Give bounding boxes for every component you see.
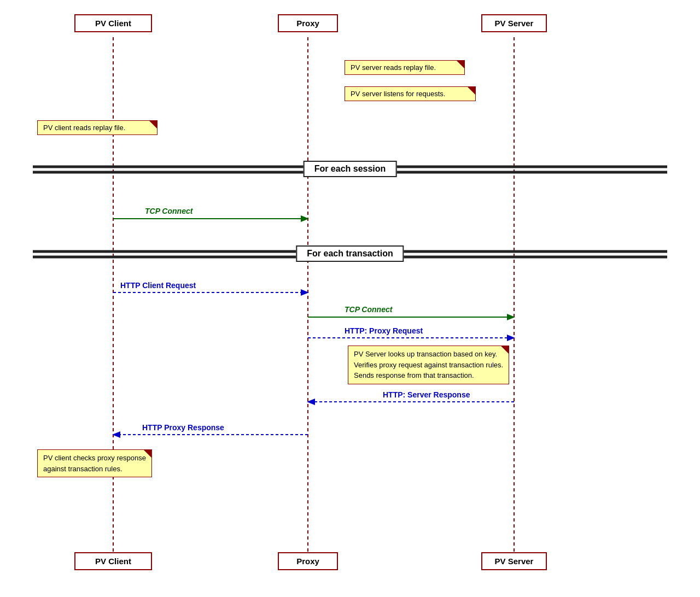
lifeline-top-pvclient: PV Client	[74, 14, 152, 32]
note-client-reads: PV client reads replay file.	[37, 120, 158, 135]
sequence-diagram: PV Client Proxy PV Server PV server read…	[0, 0, 700, 597]
note-server-lookup: PV Server looks up transaction based on …	[348, 346, 509, 384]
label-tcp-connect-session: TCP Connect	[145, 207, 192, 215]
note-server-listens: PV server listens for requests.	[345, 86, 476, 101]
lifeline-top-pvserver: PV Server	[481, 14, 547, 32]
label-tcp-connect-transaction: TCP Connect	[345, 305, 392, 314]
note-client-checks: PV client checks proxy responseagainst t…	[37, 449, 152, 477]
lifeline-bottom-proxy: Proxy	[278, 552, 338, 570]
lifeline-bottom-pvserver: PV Server	[481, 552, 547, 570]
label-http-proxy-response: HTTP Proxy Response	[142, 423, 224, 432]
lifeline-bottom-pvclient: PV Client	[74, 552, 152, 570]
lifeline-top-proxy: Proxy	[278, 14, 338, 32]
svg-marker-8	[301, 215, 309, 222]
label-http-server-response: HTTP: Server Response	[383, 390, 470, 399]
label-http-proxy-request: HTTP: Proxy Request	[345, 326, 423, 335]
note-server-reads: PV server reads replay file.	[345, 60, 465, 75]
fragment-transaction-label: For each transaction	[296, 245, 404, 262]
label-http-client-request: HTTP Client Request	[120, 281, 196, 290]
fragment-session-label: For each session	[304, 161, 397, 177]
